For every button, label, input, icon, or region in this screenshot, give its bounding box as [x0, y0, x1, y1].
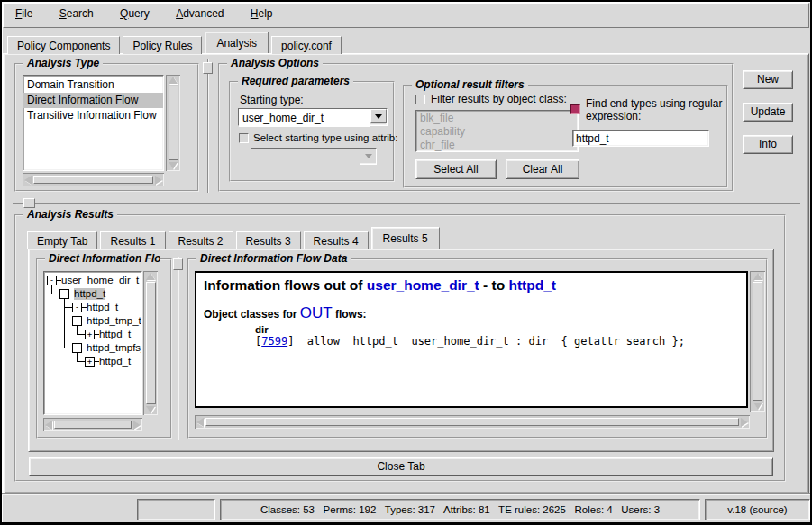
tab-results-5[interactable]: Results 5 — [371, 227, 440, 249]
tab-results-2[interactable]: Results 2 — [169, 231, 233, 249]
filter-by-class-checkbox[interactable] — [415, 95, 425, 104]
tree-node-label[interactable]: httpd_tmpfs_t — [87, 342, 142, 354]
tab-results-4[interactable]: Results 4 — [304, 231, 369, 249]
attrib-checkbox-row[interactable]: Select starting type using attrib: — [239, 132, 397, 143]
scroll-right-icon[interactable] — [155, 176, 162, 185]
regex-entry-input[interactable] — [576, 132, 706, 145]
pane-sash-vertical[interactable] — [207, 59, 209, 193]
attrib-checkbox[interactable] — [239, 133, 249, 143]
tree-line — [64, 348, 72, 348]
tree-expand-toggle[interactable]: + — [85, 357, 95, 367]
analysis-type-hscrollbar[interactable] — [23, 173, 164, 186]
tab-policy-rules[interactable]: Policy Rules — [123, 36, 202, 54]
regex-checkbox-row[interactable]: Find end types using regular expression: — [570, 97, 725, 122]
tab-policy-conf[interactable]: policy.conf — [271, 36, 342, 54]
menu-help[interactable]: Help — [249, 4, 275, 23]
clear-all-button[interactable]: Clear All — [506, 159, 579, 179]
tree-node-label-selected[interactable]: httpd_t — [74, 288, 105, 300]
list-item[interactable]: Transitive Information Flow — [23, 108, 163, 123]
tree-node-label[interactable]: httpd_t — [99, 356, 131, 367]
data-hscrollbar[interactable] — [195, 415, 750, 429]
tab-empty[interactable]: Empty Tab — [27, 231, 97, 249]
tree-line — [77, 326, 78, 334]
status-policy-stats: Classes: 53 Perms: 192 Types: 317 Attrib… — [220, 499, 700, 520]
tree-node-label[interactable]: user_home_dir_t — [61, 275, 139, 286]
rule-number-link[interactable]: 7599 — [261, 335, 287, 348]
flow-data-text[interactable]: Information flows out of user_home_dir_t… — [195, 271, 748, 408]
pane-sash-handle-h[interactable] — [23, 198, 35, 208]
list-item-selected[interactable]: Direct Information Flow — [23, 93, 163, 108]
menu-query[interactable]: Query — [118, 4, 151, 23]
tree-line — [51, 294, 59, 294]
status-version: v.18 (source) — [705, 499, 810, 520]
scroll-up-icon[interactable] — [146, 273, 155, 280]
scroll-thumb[interactable] — [33, 176, 153, 184]
scroll-thumb[interactable] — [169, 86, 178, 160]
analysis-type-vscrollbar[interactable] — [166, 75, 180, 171]
scroll-right-icon[interactable] — [133, 421, 141, 430]
flow-subheading: Object classes for OUT flows: — [204, 304, 739, 322]
scroll-left-icon[interactable] — [24, 176, 32, 185]
tree-node-label[interactable]: httpd_t — [87, 302, 118, 313]
tab-policy-components[interactable]: Policy Components — [7, 36, 120, 54]
menu-advanced[interactable]: Advanced — [174, 4, 225, 23]
scroll-right-icon[interactable] — [741, 418, 748, 427]
data-vscrollbar[interactable] — [750, 271, 765, 412]
info-button[interactable]: Info — [743, 135, 793, 154]
object-class-item: blk_file — [420, 112, 574, 125]
results-sash-handle[interactable] — [173, 258, 183, 270]
tree-hscrollbar[interactable] — [43, 418, 142, 431]
select-all-button[interactable]: Select All — [415, 159, 497, 179]
scroll-thumb[interactable] — [753, 282, 762, 401]
tree-expand-toggle[interactable]: - — [47, 276, 57, 285]
tree-line — [64, 307, 72, 308]
menu-file[interactable]: File — [14, 4, 34, 23]
filter-checkbox-row[interactable]: Filter results by object class: — [415, 93, 567, 105]
scroll-thumb[interactable] — [146, 282, 156, 404]
tree-vscrollbar[interactable] — [143, 271, 158, 415]
analysis-type-listbox[interactable]: Domain Transition Direct Information Flo… — [23, 75, 164, 171]
scroll-down-icon[interactable] — [753, 403, 762, 410]
tree-node-label[interactable]: httpd_tmp_t — [87, 315, 141, 327]
status-box-empty — [137, 499, 215, 520]
attrib-checkbox-label: Select starting type using attrib: — [253, 132, 397, 143]
pane-sash-horizontal[interactable] — [13, 203, 800, 204]
optional-filters-frame: Optional result filters Filter results b… — [403, 85, 728, 188]
flow-tree-title: Direct Information Flow T — [45, 252, 160, 265]
attrib-combo-value — [251, 149, 360, 167]
chevron-down-icon — [375, 114, 382, 119]
flow-heading: Information flows out of user_home_dir_t… — [204, 277, 739, 294]
list-item[interactable]: Domain Transition — [23, 77, 163, 93]
scroll-thumb[interactable] — [205, 418, 739, 426]
tab-analysis[interactable]: Analysis — [205, 32, 269, 53]
scroll-left-icon[interactable] — [45, 421, 52, 430]
starting-type-combobox[interactable]: user_home_dir_t — [238, 108, 388, 126]
tab-results-3[interactable]: Results 3 — [236, 231, 301, 249]
rule-line: [7599] allow httpd_t user_home_dir_t : d… — [255, 335, 739, 348]
regex-checkbox-checked[interactable] — [570, 104, 580, 114]
tree-node-label[interactable]: httpd_t — [99, 329, 131, 340]
results-sash-vertical[interactable] — [178, 257, 179, 440]
scroll-down-icon[interactable] — [169, 162, 178, 169]
optional-filters-title: Optional result filters — [412, 78, 528, 91]
tree-expand-toggle[interactable]: - — [72, 303, 82, 312]
tree-expand-toggle[interactable]: - — [72, 343, 82, 353]
pane-sash-handle[interactable] — [203, 62, 213, 74]
update-button[interactable]: Update — [743, 103, 793, 122]
scroll-up-icon[interactable] — [753, 273, 762, 280]
tree-expand-toggle[interactable]: + — [85, 330, 95, 339]
combo-dropdown-button[interactable] — [370, 109, 387, 123]
tree-expand-toggle[interactable]: - — [59, 289, 69, 299]
scroll-down-icon[interactable] — [146, 406, 155, 413]
menu-search[interactable]: Search — [58, 4, 96, 23]
tab-results-1[interactable]: Results 1 — [100, 231, 165, 249]
close-tab-button[interactable]: Close Tab — [29, 457, 773, 476]
flow-tree[interactable]: - - - - + - + user_home_dir_t httpd_t ht… — [43, 271, 142, 415]
starting-type-value[interactable]: user_home_dir_t — [239, 109, 370, 127]
tree-expand-toggle[interactable]: - — [72, 316, 82, 326]
new-button[interactable]: New — [743, 70, 793, 89]
regex-entry[interactable] — [572, 130, 709, 147]
scroll-up-icon[interactable] — [169, 77, 178, 84]
scroll-left-icon[interactable] — [196, 418, 204, 427]
scroll-thumb[interactable] — [54, 421, 132, 429]
